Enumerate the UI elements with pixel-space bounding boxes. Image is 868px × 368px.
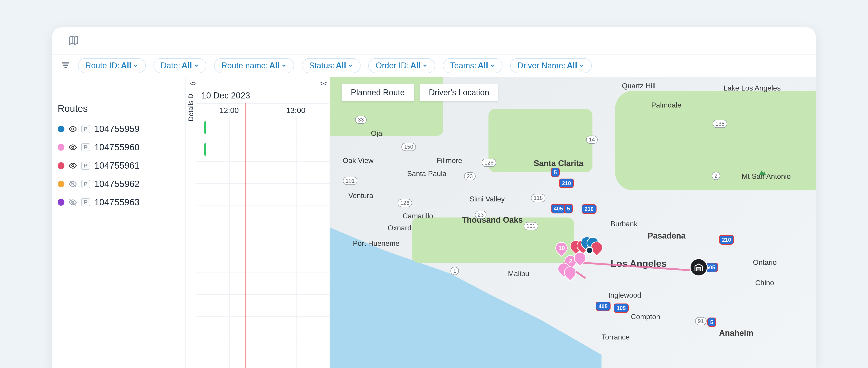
filter-label: Route ID: — [85, 61, 120, 70]
filter-value: All — [182, 61, 192, 70]
map-label: Pasadena — [648, 231, 686, 240]
route-shield: 23 — [475, 211, 487, 219]
chevron-down-icon — [133, 63, 138, 68]
route-shield: 101 — [343, 177, 358, 185]
parking-badge[interactable]: P — [81, 180, 90, 188]
route-row[interactable]: P 104755963 — [56, 193, 181, 211]
filter-driver-name[interactable]: Driver Name: All — [510, 58, 592, 73]
route-shield: 91 — [695, 317, 707, 325]
filter-teams[interactable]: Teams: All — [443, 58, 502, 73]
app-window: Route ID: All Date: All Route name: All … — [52, 27, 816, 368]
svg-rect-0 — [62, 62, 69, 63]
timeline-panel: < > > < Details D 10 Dec 2023 12:00 13:0… — [186, 77, 330, 368]
route-shield: 150 — [401, 143, 416, 151]
filter-label: Teams: — [450, 61, 476, 70]
map-label: Ontario — [753, 258, 777, 266]
interstate-shield: 5 — [564, 204, 573, 214]
visibility-hidden-icon[interactable] — [68, 180, 77, 188]
map-label: Palmdale — [651, 101, 681, 109]
chevron-down-icon — [489, 63, 495, 68]
expand-left-icon[interactable]: < > — [190, 80, 195, 87]
filter-order-id[interactable]: Order ID: All — [368, 58, 435, 73]
timeline-segment[interactable] — [204, 121, 206, 134]
route-shield: 1 — [451, 267, 459, 275]
map-book-icon[interactable] — [68, 35, 79, 47]
routes-heading: Routes — [58, 103, 181, 114]
map-label: Santa Paula — [407, 170, 446, 178]
map-canvas[interactable]: Planned Route Driver's Location Quartz H… — [330, 77, 816, 368]
visibility-toggle-icon[interactable] — [68, 143, 77, 152]
warehouse-pin[interactable] — [690, 258, 708, 276]
interstate-shield: 210 — [719, 235, 734, 245]
map-layer-buttons: Planned Route Driver's Location — [342, 84, 498, 101]
timeline-date: 10 Dec 2023 — [202, 91, 250, 101]
route-color-dot — [58, 199, 64, 206]
chevron-down-icon — [347, 63, 353, 68]
route-row[interactable]: P 104755960 — [56, 138, 181, 157]
route-shield: 118 — [531, 194, 546, 202]
map-label: Santa Clarita — [534, 159, 583, 168]
route-row[interactable]: P 104755961 — [56, 157, 181, 175]
details-tab[interactable]: Details D — [186, 90, 196, 125]
route-shield: 23 — [464, 172, 475, 180]
filter-value: All — [269, 61, 280, 70]
route-shield: 138 — [713, 120, 727, 128]
visibility-toggle-icon[interactable] — [68, 125, 77, 133]
driver-location-dot[interactable] — [586, 247, 593, 254]
map-label: Compton — [631, 313, 660, 321]
parking-badge[interactable]: P — [81, 162, 90, 170]
route-shield: 126 — [482, 159, 496, 167]
map-label: Camarillo — [403, 212, 433, 220]
route-color-dot — [58, 180, 64, 188]
chevron-down-icon — [579, 63, 585, 68]
map-label: Port Hueneme — [353, 239, 399, 248]
time-column: 13:00 — [262, 103, 329, 117]
svg-point-4 — [72, 146, 74, 148]
top-toolbar — [52, 27, 816, 55]
parking-badge[interactable]: P — [81, 198, 90, 206]
route-row[interactable]: P 104755962 — [56, 175, 181, 193]
svg-point-5 — [72, 165, 74, 167]
route-row[interactable]: P 104755959 — [56, 120, 181, 138]
chevron-down-icon — [422, 63, 428, 68]
interstate-shield: 210 — [559, 178, 574, 188]
map-label: Fillmore — [436, 157, 462, 165]
filter-value: All — [567, 61, 577, 70]
filter-route-id[interactable]: Route ID: All — [78, 58, 146, 73]
filter-bar: Route ID: All Date: All Route name: All … — [52, 55, 816, 77]
map-label: Thousand Oaks — [462, 215, 523, 225]
parking-badge[interactable]: P — [81, 143, 90, 151]
map-label: Burbank — [611, 220, 638, 228]
route-shield: 14 — [586, 136, 598, 144]
map-label: Chino — [755, 279, 774, 287]
route-id: 104755963 — [94, 197, 140, 207]
filter-icon[interactable] — [61, 61, 70, 70]
filter-date[interactable]: Date: All — [153, 58, 206, 73]
route-id: 104755962 — [94, 179, 140, 189]
map-label: Oxnard — [388, 224, 411, 232]
interstate-shield: 405 — [551, 204, 566, 214]
filter-route-name[interactable]: Route name: All — [214, 58, 294, 73]
planned-route-button[interactable]: Planned Route — [342, 84, 414, 101]
collapse-right-icon[interactable]: > < — [320, 80, 326, 87]
route-id: 104755959 — [94, 124, 140, 134]
parking-badge[interactable]: P — [81, 125, 90, 133]
filter-status[interactable]: Status: All — [302, 58, 361, 73]
visibility-toggle-icon[interactable] — [68, 161, 77, 170]
drivers-location-button[interactable]: Driver's Location — [420, 84, 498, 101]
filter-value: All — [410, 61, 421, 70]
timeline-controls: < > > < — [186, 77, 330, 90]
timeline-segment[interactable] — [204, 143, 206, 156]
chevron-down-icon — [281, 63, 287, 68]
interstate-shield: 105 — [614, 304, 629, 313]
filter-label: Route name: — [221, 61, 268, 70]
map-label: Simi Valley — [469, 195, 505, 203]
timeline-grid[interactable] — [196, 117, 330, 368]
filter-label: Status: — [309, 61, 334, 70]
interstate-shield: 5 — [551, 168, 560, 177]
visibility-hidden-icon[interactable] — [68, 198, 77, 207]
filter-label: Order ID: — [375, 61, 409, 70]
map-label: Ojai — [371, 129, 384, 138]
filter-label: Date: — [161, 61, 180, 70]
interstate-shield: 5 — [707, 317, 716, 327]
